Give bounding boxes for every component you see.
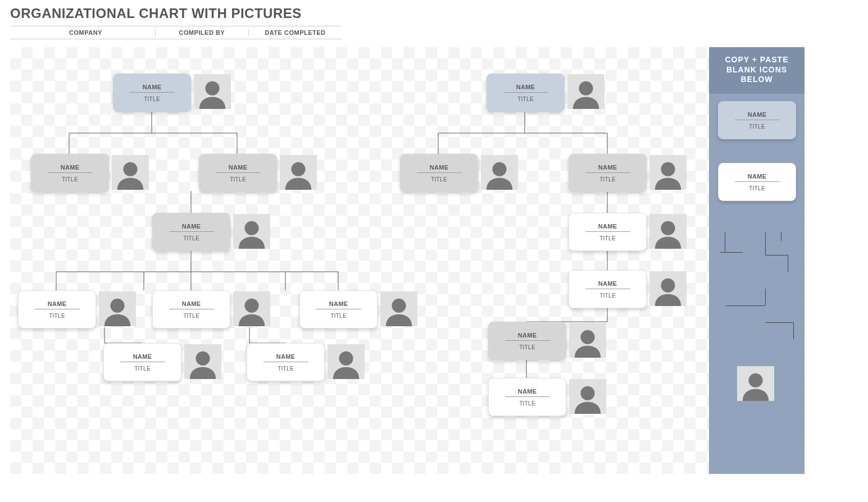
user-icon — [483, 157, 516, 190]
meta-row: COMPANY COMPILED BY DATE COMPLETED — [10, 26, 342, 39]
org-node-name[interactable]: NAME — [169, 223, 214, 232]
org-chart-canvas[interactable]: NAME TITLE NAME TITLE NAME TITLE NAME TI… — [10, 47, 805, 474]
svg-point-35 — [492, 162, 506, 176]
org-node-name[interactable]: NAME — [417, 164, 462, 173]
org-node-title[interactable]: TITLE — [431, 176, 447, 182]
org-node[interactable]: NAME TITLE — [299, 290, 378, 328]
org-node-title[interactable]: TITLE — [134, 366, 151, 372]
avatar-placeholder[interactable] — [649, 271, 687, 306]
org-node-title[interactable]: TITLE — [49, 313, 65, 319]
sample-avatar[interactable] — [737, 366, 774, 401]
avatar-placeholder[interactable] — [112, 155, 149, 190]
avatar-placeholder[interactable] — [569, 379, 606, 414]
org-node[interactable]: NAME TITLE — [103, 343, 181, 381]
org-node-name[interactable]: NAME — [503, 84, 548, 93]
avatar-placeholder[interactable] — [569, 323, 606, 358]
avatar-placeholder[interactable] — [481, 155, 518, 190]
org-node[interactable]: NAME TITLE — [488, 322, 566, 360]
user-icon — [652, 216, 684, 249]
avatar-placeholder[interactable] — [184, 344, 221, 379]
org-node-title[interactable]: TITLE — [599, 235, 616, 241]
org-node-name[interactable]: NAME — [120, 353, 165, 362]
org-node-title[interactable]: TITLE — [144, 96, 160, 102]
sample-node-blue[interactable]: NAME TITLE — [718, 101, 796, 139]
org-node-name[interactable]: NAME — [585, 223, 630, 232]
org-node[interactable]: NAME TITLE — [152, 213, 230, 251]
org-node-name[interactable]: NAME — [505, 332, 550, 341]
org-node-title[interactable]: TITLE — [230, 176, 246, 182]
org-node-title[interactable]: TITLE — [330, 313, 347, 319]
user-icon — [571, 381, 604, 414]
sample-node-title[interactable]: TITLE — [749, 124, 765, 130]
org-node[interactable]: NAME TITLE — [487, 74, 565, 112]
org-node-name[interactable]: NAME — [35, 300, 80, 309]
org-node-name[interactable]: NAME — [263, 353, 308, 362]
svg-point-41 — [748, 373, 762, 387]
org-node-title[interactable]: TITLE — [599, 293, 616, 299]
org-node[interactable]: NAME TITLE — [31, 154, 109, 192]
org-node-title[interactable]: TITLE — [183, 313, 199, 319]
sidepanel-line2: BLANK ICONS — [726, 65, 787, 74]
org-node-name[interactable]: NAME — [316, 300, 361, 309]
sample-node-title[interactable]: TITLE — [749, 185, 765, 191]
org-node[interactable]: NAME TITLE — [152, 290, 230, 328]
org-node-name[interactable]: NAME — [48, 164, 93, 173]
user-icon — [187, 346, 219, 379]
user-icon — [282, 157, 315, 190]
org-node-title[interactable]: TITLE — [519, 344, 535, 350]
user-icon — [235, 216, 268, 249]
avatar-placeholder[interactable] — [567, 74, 605, 109]
svg-point-25 — [205, 81, 219, 95]
user-icon — [114, 157, 147, 190]
svg-point-34 — [579, 81, 593, 95]
avatar-placeholder[interactable] — [99, 291, 136, 326]
org-node-name[interactable]: NAME — [130, 84, 175, 93]
org-node[interactable]: NAME TITLE — [247, 343, 325, 381]
user-icon — [235, 294, 268, 326]
sample-connector[interactable] — [726, 289, 793, 334]
org-node-name[interactable]: NAME — [505, 388, 550, 397]
sample-node-name[interactable]: NAME — [735, 173, 780, 182]
org-node[interactable]: NAME TITLE — [18, 290, 96, 328]
avatar-placeholder[interactable] — [649, 214, 687, 249]
avatar-placeholder[interactable] — [649, 155, 687, 190]
user-icon — [196, 76, 229, 109]
org-node-name[interactable]: NAME — [585, 164, 630, 173]
org-node[interactable]: NAME TITLE — [113, 74, 191, 112]
org-node-title[interactable]: TITLE — [517, 96, 534, 102]
org-node[interactable]: NAME TITLE — [569, 154, 647, 192]
svg-point-26 — [123, 162, 137, 176]
user-icon — [101, 294, 134, 326]
user-icon — [652, 273, 684, 306]
org-node-name[interactable]: NAME — [216, 164, 261, 173]
org-node-name[interactable]: NAME — [585, 280, 630, 289]
svg-point-32 — [196, 352, 210, 366]
svg-point-36 — [661, 162, 675, 176]
org-node-title[interactable]: TITLE — [62, 176, 78, 182]
meta-date-label: DATE COMPLETED — [249, 29, 342, 36]
org-node-title[interactable]: TITLE — [183, 235, 199, 241]
org-node-title[interactable]: TITLE — [278, 366, 294, 372]
sample-connector[interactable] — [720, 232, 793, 272]
org-node[interactable]: NAME TITLE — [569, 213, 647, 251]
svg-point-28 — [244, 221, 258, 235]
svg-point-27 — [291, 162, 305, 176]
org-node[interactable]: NAME TITLE — [400, 154, 478, 192]
avatar-placeholder[interactable] — [194, 74, 231, 109]
org-node-name[interactable]: NAME — [169, 300, 214, 309]
org-node-title[interactable]: TITLE — [599, 176, 616, 182]
avatar-placeholder[interactable] — [380, 291, 417, 326]
avatar-placeholder[interactable] — [233, 214, 270, 249]
svg-point-33 — [339, 352, 353, 366]
org-node-title[interactable]: TITLE — [519, 400, 535, 407]
avatar-placeholder[interactable] — [280, 155, 317, 190]
user-icon — [383, 294, 415, 326]
avatar-placeholder[interactable] — [233, 291, 270, 326]
sample-node-name[interactable]: NAME — [735, 111, 780, 120]
sample-node-white[interactable]: NAME TITLE — [718, 163, 796, 201]
avatar-placeholder[interactable] — [328, 344, 365, 379]
org-node[interactable]: NAME TITLE — [488, 378, 566, 416]
svg-point-31 — [392, 299, 406, 313]
org-node[interactable]: NAME TITLE — [199, 154, 277, 192]
org-node[interactable]: NAME TITLE — [569, 270, 647, 308]
